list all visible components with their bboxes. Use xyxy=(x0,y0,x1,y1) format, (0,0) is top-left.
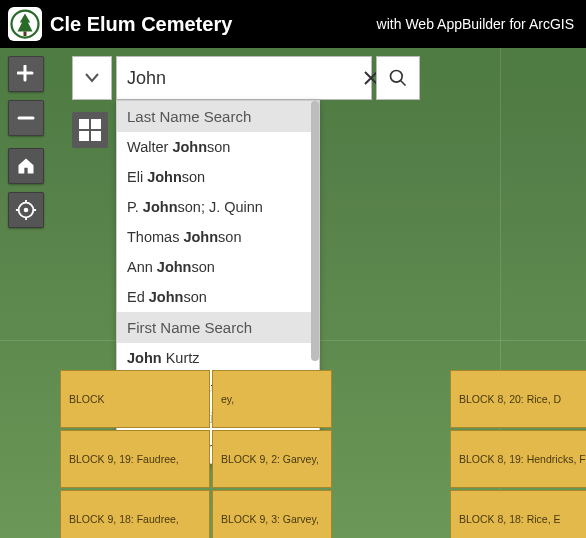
suggestion-item[interactable]: Eli Johnson xyxy=(117,162,319,192)
suggestion-item[interactable]: John Kurtz xyxy=(117,343,319,373)
scrollbar-thumb[interactable] xyxy=(311,101,319,361)
search-source-dropdown[interactable] xyxy=(72,56,112,100)
svg-point-4 xyxy=(391,71,403,83)
plot-cell[interactable]: BLOCK 9, 19: Faudree, xyxy=(60,430,210,488)
map-plots: BLOCK BLOCK 9, 19: Faudree, BLOCK 9, 18:… xyxy=(0,370,586,538)
plot-cell[interactable]: BLOCK 8, 20: Rice, D xyxy=(450,370,586,428)
basemap-gallery-button[interactable] xyxy=(72,112,108,148)
svg-point-3 xyxy=(24,208,29,213)
plot-cell[interactable]: BLOCK 9, 18: Faudree, xyxy=(60,490,210,538)
suggestion-group-header: First Name Search xyxy=(117,312,319,343)
plot-cell[interactable]: BLOCK 8, 18: Rice, E xyxy=(450,490,586,538)
search-widget xyxy=(72,56,420,100)
chevron-down-icon xyxy=(85,73,99,83)
app-subtitle: with Web AppBuilder for ArcGIS xyxy=(377,16,574,32)
plot-cell[interactable]: BLOCK 9, 3: Garvey, xyxy=(212,490,332,538)
plot-cell[interactable]: BLOCK xyxy=(60,370,210,428)
suggestion-item[interactable]: Ann Johnson xyxy=(117,252,319,282)
search-input[interactable] xyxy=(123,68,363,89)
svg-rect-1 xyxy=(24,32,27,37)
plot-cell[interactable]: BLOCK 9, 2: Garvey, xyxy=(212,430,332,488)
map-tools xyxy=(8,56,44,228)
suggestion-item[interactable]: Thomas Johnson xyxy=(117,222,319,252)
suggestion-group-header: Last Name Search xyxy=(117,101,319,132)
zoom-out-button[interactable] xyxy=(8,100,44,136)
locate-button[interactable] xyxy=(8,192,44,228)
app-logo xyxy=(8,7,42,41)
search-box xyxy=(116,56,372,100)
zoom-in-button[interactable] xyxy=(8,56,44,92)
app-root: Cle Elum Cemetery with Web AppBuilder fo… xyxy=(0,0,586,538)
suggestion-item[interactable]: Walter Johnson xyxy=(117,132,319,162)
search-icon xyxy=(388,68,408,88)
search-submit-button[interactable] xyxy=(376,56,420,100)
app-title: Cle Elum Cemetery xyxy=(50,13,377,36)
suggestion-item[interactable]: Ed Johnson xyxy=(117,282,319,312)
plot-cell[interactable]: BLOCK 8, 19: Hendricks, F xyxy=(450,430,586,488)
home-button[interactable] xyxy=(8,148,44,184)
grid-icon xyxy=(79,119,101,141)
suggestion-item[interactable]: P. Johnson; J. Quinn xyxy=(117,192,319,222)
plot-cell[interactable]: ey, xyxy=(212,370,332,428)
app-header: Cle Elum Cemetery with Web AppBuilder fo… xyxy=(0,0,586,48)
